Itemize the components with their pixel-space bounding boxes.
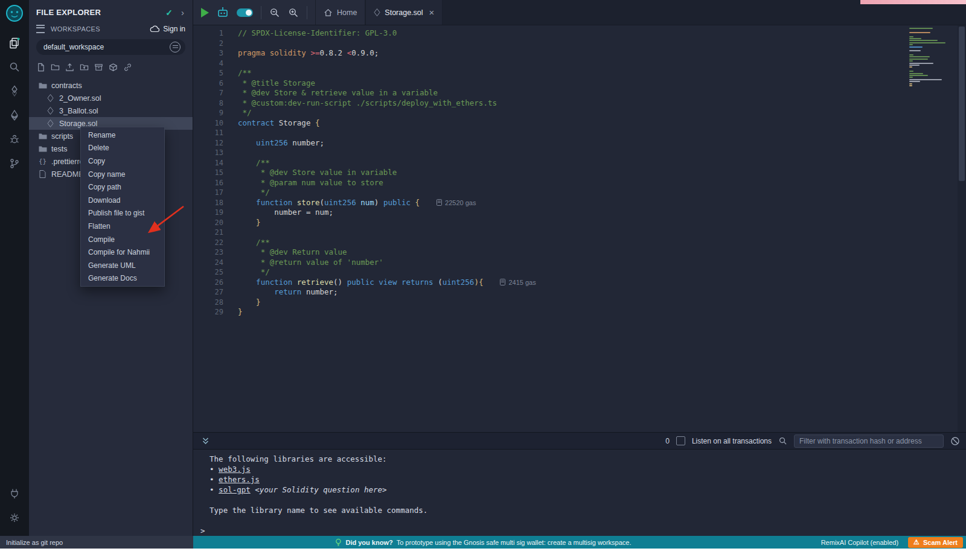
line-number: 16 <box>193 178 238 188</box>
debugger-icon[interactable] <box>0 127 29 151</box>
code-line-4: 4 <box>193 59 908 69</box>
code-line-2: 2 <box>193 39 908 49</box>
link-icon[interactable] <box>123 63 132 72</box>
menu-item-flatten[interactable]: Flatten <box>81 220 164 233</box>
search-icon[interactable] <box>0 55 29 79</box>
minimap[interactable] <box>909 28 953 87</box>
minimap-line <box>909 40 938 41</box>
code-line-9: 9 */ <box>193 108 908 118</box>
code-line-6: 6 * @title Storage <box>193 78 908 89</box>
ipfs-cube-icon[interactable] <box>109 63 118 72</box>
browser-artifact <box>860 0 966 4</box>
token: * @dev Store value in variable <box>238 168 397 177</box>
menu-item-rename[interactable]: Rename <box>81 129 164 142</box>
line-number: 4 <box>193 59 238 69</box>
close-tab-icon[interactable]: × <box>429 8 435 17</box>
terminal-line-1: The following libraries are accessible: <box>200 454 966 464</box>
menu-item-download[interactable]: Download <box>81 194 164 207</box>
solidity-compiler-icon[interactable] <box>0 79 29 103</box>
minimap-line <box>909 66 912 68</box>
menu-item-publish-file-to-gist[interactable]: Publish file to gist <box>81 207 164 220</box>
git-init-button[interactable]: Initialize as git repo <box>0 536 193 549</box>
folder-icon <box>37 145 48 153</box>
terminal-link-sol-gpt[interactable]: sol-gpt <box>219 485 251 494</box>
chevron-right-icon[interactable]: › <box>181 7 184 18</box>
line-number: 21 <box>193 228 238 238</box>
code-line-16: 16 * @param num value to store <box>193 178 908 188</box>
terminal-search-icon[interactable] <box>778 436 787 445</box>
file-explorer-icon[interactable] <box>0 31 29 55</box>
menu-item-generate-docs[interactable]: Generate Docs <box>81 272 164 285</box>
terminal-output[interactable]: The following libraries are accessible: … <box>193 450 966 536</box>
new-file-icon[interactable] <box>36 63 45 72</box>
token: * @param num value to store <box>238 178 383 187</box>
token: { <box>415 198 420 207</box>
code-text: // SPDX-License-Identifier: GPL-3.0 <box>238 28 397 39</box>
ai-copilot-robot-icon[interactable] <box>217 7 229 18</box>
token: * @title Storage <box>238 78 315 88</box>
token: function <box>256 278 297 287</box>
tree-item-3-ballot-sol[interactable]: 3_Ballot.sol <box>29 104 193 117</box>
zoom-in-icon[interactable] <box>288 7 299 18</box>
terminal-link-web3-js[interactable]: web3.js <box>219 465 251 474</box>
code-text: function store(uint256 num) public { <box>238 198 420 208</box>
remix-logo[interactable] <box>5 4 24 22</box>
menu-item-compile[interactable]: Compile <box>81 233 164 246</box>
terminal-text: The following libraries are accessible: <box>200 454 387 463</box>
line-number: 7 <box>193 88 238 98</box>
upload-file-icon[interactable] <box>65 63 74 72</box>
workspace-select[interactable]: default_workspace <box>36 39 185 55</box>
folder-icon <box>37 133 48 140</box>
new-folder-icon[interactable] <box>51 63 60 72</box>
code-text: } <box>238 298 261 308</box>
menu-item-copy-path[interactable]: Copy path <box>81 180 164 194</box>
run-script-button[interactable] <box>201 8 209 18</box>
check-icon[interactable]: ✓ <box>165 8 173 18</box>
zoom-out-icon[interactable] <box>269 7 280 18</box>
plugin-manager-icon[interactable] <box>0 482 29 506</box>
archive-icon[interactable] <box>94 63 103 72</box>
sol-icon <box>45 107 56 115</box>
panel-title: FILE EXPLORER <box>36 8 165 17</box>
menu-item-delete[interactable]: Delete <box>81 142 164 155</box>
minimap-line <box>909 79 942 80</box>
transaction-filter-input[interactable] <box>794 434 944 448</box>
workspaces-row: WORKSPACES Sign in <box>29 21 193 34</box>
sign-in-button[interactable]: Sign in <box>150 25 185 33</box>
folder-icon <box>37 82 48 89</box>
menu-item-copy-name[interactable]: Copy name <box>81 168 164 181</box>
code-text: * @dev Store value in variable <box>238 168 397 178</box>
menu-item-compile-for-nahmii[interactable]: Compile for Nahmii <box>81 246 164 259</box>
menu-item-generate-uml[interactable]: Generate UML <box>81 259 164 272</box>
cloud-icon <box>150 25 160 33</box>
terminal-line-7 <box>200 515 966 526</box>
scrollbar-thumb[interactable] <box>959 27 965 181</box>
tab-home[interactable]: Home <box>315 0 365 25</box>
tree-item-contracts[interactable]: contracts <box>29 79 193 92</box>
git-icon[interactable] <box>0 151 29 176</box>
minimap-line <box>909 85 912 86</box>
token: } <box>238 218 261 227</box>
copilot-toggle[interactable] <box>237 8 253 17</box>
hamburger-menu-icon[interactable] <box>36 25 45 33</box>
menu-item-copy[interactable]: Copy <box>81 154 164 168</box>
token: /** <box>238 158 270 167</box>
editor-scrollbar[interactable] <box>958 25 966 432</box>
terminal-link-ethers-js[interactable]: ethers.js <box>219 475 260 484</box>
token: } <box>238 298 261 307</box>
code-line-18: 18 function store(uint256 num) public {2… <box>193 198 908 208</box>
scam-alert-badge[interactable]: ⚠ Scam Alert <box>908 537 963 548</box>
listen-transactions-checkbox[interactable] <box>676 436 685 445</box>
minimap-line <box>909 71 913 72</box>
expand-terminal-icon[interactable] <box>202 437 210 445</box>
code-line-20: 20 } <box>193 218 908 228</box>
code-editor[interactable]: 1// SPDX-License-Identifier: GPL-3.023pr… <box>193 25 966 432</box>
tree-item-2-owner-sol[interactable]: 2_Owner.sol <box>29 92 193 104</box>
tab-storage-sol[interactable]: Storage.sol × <box>365 0 443 25</box>
settings-gear-icon[interactable] <box>0 506 29 530</box>
clear-console-icon[interactable] <box>950 436 960 446</box>
workspace-options-icon[interactable] <box>170 42 181 52</box>
deploy-and-run-icon[interactable] <box>0 103 29 127</box>
upload-folder-icon[interactable] <box>80 63 89 72</box>
token: public <box>383 198 415 207</box>
